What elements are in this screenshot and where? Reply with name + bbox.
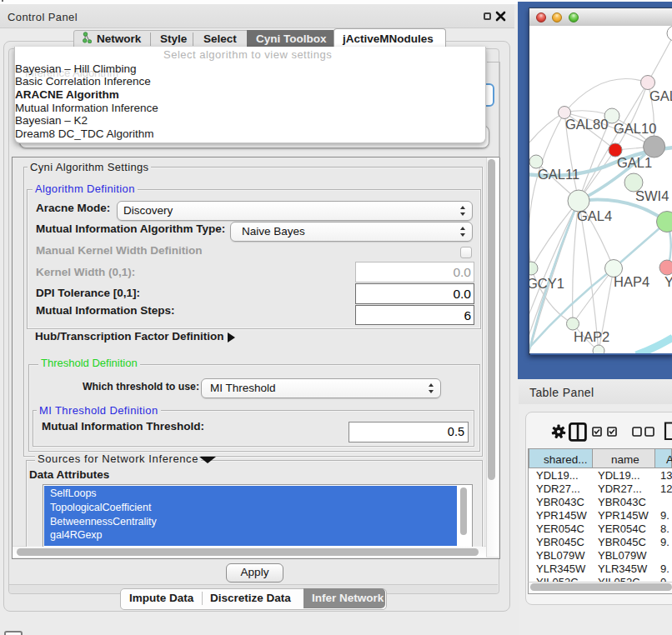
svg-text:Y: Y bbox=[664, 274, 672, 289]
svg-text:GAL7: GAL7 bbox=[649, 88, 672, 103]
svg-text:GAL10: GAL10 bbox=[614, 121, 656, 136]
svg-text:GAL11: GAL11 bbox=[538, 167, 579, 182]
svg-text:GAL1: GAL1 bbox=[617, 155, 652, 170]
svg-text:HAP4: HAP4 bbox=[614, 274, 649, 289]
svg-text:GAL4: GAL4 bbox=[577, 208, 612, 223]
svg-text:GAL80: GAL80 bbox=[565, 117, 608, 132]
svg-text:SWI4: SWI4 bbox=[635, 188, 669, 203]
svg-text:GCY1: GCY1 bbox=[529, 276, 564, 291]
svg-text:HAP2: HAP2 bbox=[574, 329, 609, 344]
